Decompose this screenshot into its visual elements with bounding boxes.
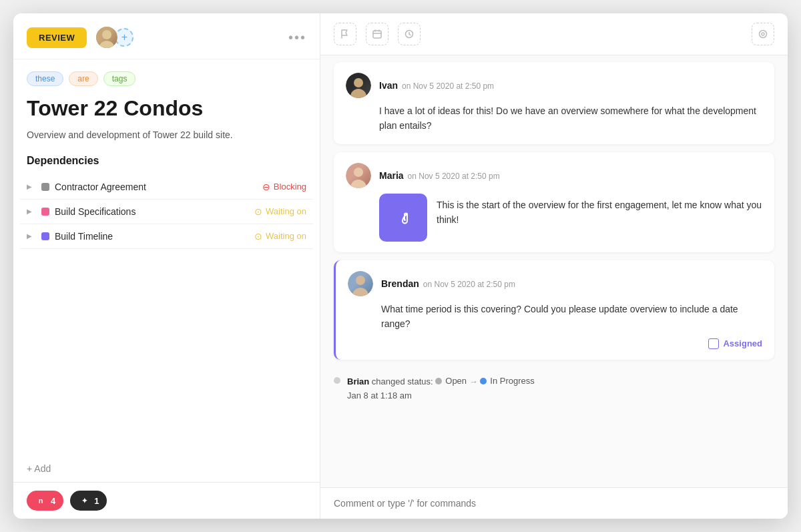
page-title: Tower 22 Condos [13, 93, 320, 127]
blocking-icon: ⊖ [262, 182, 270, 192]
dep-item-contractor[interactable]: ▶ Contractor Agreement ⊖ Blocking [20, 175, 313, 200]
status-from: Open [435, 374, 467, 388]
activity-action: changed status: [372, 376, 435, 386]
status-from-dot [435, 378, 442, 384]
attachment-thumbnail[interactable] [379, 194, 427, 242]
dep-color-dot [41, 232, 49, 240]
waiting-icon: ⊙ [254, 231, 262, 242]
activity-dot [334, 377, 340, 384]
waiting-label: Waiting on [266, 206, 306, 216]
avatar-maria [346, 163, 371, 188]
activity-content: Brian changed status: Open → In Progress… [347, 374, 535, 403]
tag-are[interactable]: are [69, 71, 97, 86]
comment-input[interactable] [334, 498, 774, 509]
dep-status-blocking: ⊖ Blocking [262, 182, 306, 192]
tag-tags[interactable]: tags [103, 71, 136, 86]
chevron-icon: ▶ [27, 208, 36, 215]
comment-text-brendan: What time period is this covering? Could… [348, 302, 762, 332]
avatar-ivan [346, 73, 371, 98]
arrow-icon: → [469, 376, 481, 386]
right-header [320, 13, 788, 55]
comment-header: Maria on Nov 5 2020 at 2:50 pm [346, 163, 762, 188]
assigned-row: Assigned [348, 338, 762, 349]
chevron-icon: ▶ [27, 183, 36, 190]
activity-timestamp: Jan 8 at 1:18 am [347, 390, 412, 401]
waiting-icon: ⊙ [254, 206, 262, 217]
avatar [95, 25, 119, 49]
blocking-label: Blocking [274, 182, 306, 192]
activity-author: Brian [347, 376, 369, 386]
clock-button[interactable] [398, 23, 421, 45]
comments-area: Ivan on Nov 5 2020 at 2:50 pm I have a l… [320, 55, 788, 487]
status-to-label: In Progress [490, 374, 534, 388]
page-description: Overview and development of Tower 22 bui… [13, 127, 320, 154]
comment-header: Ivan on Nov 5 2020 at 2:50 pm [346, 73, 762, 98]
comment-maria: Maria on Nov 5 2020 at 2:50 pm This is t… [334, 152, 774, 252]
dependencies-heading: Dependencies [13, 155, 320, 175]
add-dependency-button[interactable]: + Add [13, 455, 320, 482]
review-button[interactable]: REVIEW [27, 27, 87, 48]
dep-item-timeline[interactable]: ▶ Build Timeline ⊙ Waiting on [20, 224, 313, 249]
svg-rect-0 [373, 31, 381, 38]
assigned-label: Assigned [723, 338, 762, 348]
svg-point-2 [760, 31, 767, 38]
comment-meta: Ivan on Nov 5 2020 at 2:50 pm [379, 80, 494, 91]
dep-status-waiting: ⊙ Waiting on [254, 206, 306, 217]
attachment-block: This is the start of the overview for th… [346, 194, 762, 242]
attachment-text: This is the start of the overview for th… [437, 194, 762, 228]
left-footer: n 4 ✦ 1 [13, 482, 320, 519]
dep-name: Build Timeline [55, 231, 249, 242]
avatar-group: + [95, 25, 134, 49]
author-maria: Maria [379, 170, 404, 181]
comment-text-ivan: I have a lot of ideas for this! Do we ha… [346, 103, 762, 134]
dep-color-dot [41, 183, 49, 191]
figma-badge[interactable]: ✦ 1 [70, 491, 107, 511]
assigned-checkbox[interactable] [708, 338, 719, 349]
status-to: In Progress [480, 374, 534, 388]
view-button[interactable] [752, 23, 774, 45]
time-brendan: on Nov 5 2020 at 2:50 pm [423, 280, 515, 289]
notion-badge[interactable]: n 4 [27, 491, 63, 511]
comment-ivan: Ivan on Nov 5 2020 at 2:50 pm I have a l… [334, 62, 774, 144]
left-header: REVIEW + ••• [13, 13, 320, 59]
status-to-dot [480, 378, 487, 384]
dep-color-dot [41, 208, 49, 216]
dep-status-waiting2: ⊙ Waiting on [254, 231, 306, 242]
comment-meta: Brendan on Nov 5 2020 at 2:50 pm [381, 278, 515, 289]
notion-icon: n [35, 495, 47, 507]
comment-input-area [320, 487, 788, 519]
status-from-label: Open [445, 374, 467, 388]
notion-count: 4 [51, 496, 55, 506]
svg-point-3 [762, 33, 764, 35]
comment-meta: Maria on Nov 5 2020 at 2:50 pm [379, 170, 500, 181]
calendar-button[interactable] [366, 23, 388, 45]
time-ivan: on Nov 5 2020 at 2:50 pm [402, 81, 494, 91]
avatar-brendan [348, 271, 373, 296]
add-user-button[interactable]: + [115, 28, 134, 47]
more-options-button[interactable]: ••• [288, 30, 306, 45]
chevron-icon: ▶ [27, 232, 36, 240]
comment-brendan: Brendan on Nov 5 2020 at 2:50 pm What ti… [334, 260, 774, 360]
dependencies-list: ▶ Contractor Agreement ⊖ Blocking ▶ Buil… [13, 175, 320, 455]
main-window: REVIEW + ••• these are tags Tower 22 Con… [13, 13, 788, 519]
waiting-label: Waiting on [266, 231, 306, 241]
figma-icon: ✦ [78, 495, 90, 507]
author-brendan: Brendan [381, 278, 419, 289]
left-panel: REVIEW + ••• these are tags Tower 22 Con… [13, 13, 320, 519]
flag-button[interactable] [334, 23, 356, 45]
dep-name: Build Specifications [55, 206, 249, 217]
tags-row: these are tags [13, 59, 320, 93]
right-panel: Ivan on Nov 5 2020 at 2:50 pm I have a l… [320, 13, 788, 519]
time-maria: on Nov 5 2020 at 2:50 pm [408, 172, 500, 181]
tag-these[interactable]: these [27, 71, 63, 86]
comment-header: Brendan on Nov 5 2020 at 2:50 pm [348, 271, 762, 296]
dep-item-specs[interactable]: ▶ Build Specifications ⊙ Waiting on [20, 200, 313, 224]
figma-count: 1 [94, 496, 99, 506]
dep-name: Contractor Agreement [55, 182, 257, 192]
activity-row: Brian changed status: Open → In Progress… [334, 368, 774, 410]
author-ivan: Ivan [379, 80, 398, 91]
